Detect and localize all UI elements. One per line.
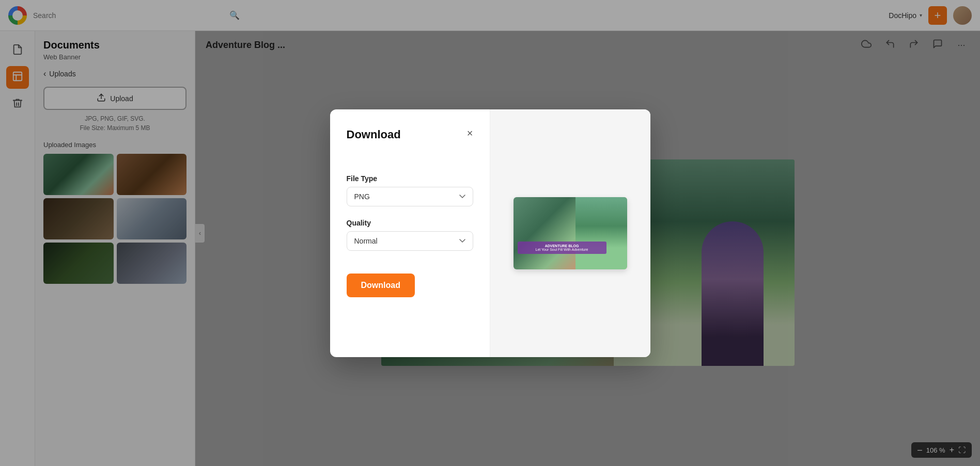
modal-preview-image: ADVENTURE BLOG Let Your Soul Fill With A… (514, 197, 627, 269)
modal-title: Download (347, 128, 401, 141)
quality-label: Quality (347, 219, 473, 227)
preview-text-banner: ADVENTURE BLOG Let Your Soul Fill With A… (518, 242, 606, 254)
file-type-select[interactable]: PNG JPG SVG PDF (347, 187, 473, 206)
file-type-label: File Type (347, 174, 473, 183)
modal-overlay[interactable]: Download × File Type PNG JPG SVG PDF Qua… (0, 0, 980, 466)
modal-left-panel: Download × File Type PNG JPG SVG PDF Qua… (330, 109, 490, 357)
modal-close-button[interactable]: × (467, 128, 473, 138)
download-modal: Download × File Type PNG JPG SVG PDF Qua… (330, 109, 650, 357)
modal-header: Download × (347, 128, 473, 158)
file-type-group: File Type PNG JPG SVG PDF (347, 174, 473, 206)
modal-right-panel: ADVENTURE BLOG Let Your Soul Fill With A… (490, 109, 650, 357)
preview-waterfall (575, 197, 627, 269)
download-button[interactable]: Download (347, 274, 415, 297)
quality-select[interactable]: Normal Good Best (347, 231, 473, 251)
quality-group: Quality Normal Good Best (347, 219, 473, 251)
